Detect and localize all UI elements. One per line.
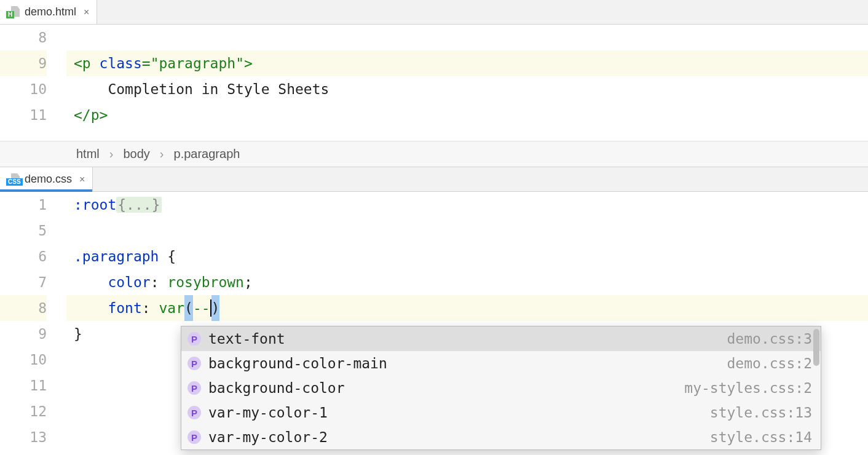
line-number: 9 <box>0 321 47 347</box>
tab-demo-css[interactable]: CSS demo.css × <box>0 167 93 191</box>
crumb-html[interactable]: html <box>76 147 100 161</box>
completion-label: var-my-color-1 <box>208 405 703 421</box>
scrollbar[interactable] <box>813 329 819 366</box>
completion-label: var-my-color-2 <box>208 429 703 445</box>
top-gutter: 891011 <box>0 25 66 141</box>
text-caret <box>210 299 211 317</box>
bottom-gutter: 15678910111213 <box>0 192 66 455</box>
bottom-tab-bar: CSS demo.css × <box>0 167 868 192</box>
top-tab-bar: H demo.html × <box>0 0 868 25</box>
property-icon: P <box>187 357 201 370</box>
top-code-editor[interactable]: 891011 <p class="paragraph"> Completion … <box>0 25 868 141</box>
tab-filename: demo.html <box>25 6 76 18</box>
code-line[interactable]: color: rosybrown; <box>66 269 868 295</box>
completion-item[interactable]: Ptext-fontdemo.css:3 <box>181 326 821 351</box>
line-number: 11 <box>0 373 47 398</box>
top-code-area[interactable]: <p class="paragraph"> Completion in Styl… <box>66 25 868 141</box>
completion-label: background-color-main <box>208 355 720 371</box>
chevron-right-icon: › <box>109 147 114 161</box>
completion-location: style.css:13 <box>710 405 812 421</box>
line-number: 11 <box>0 102 47 128</box>
completion-popup[interactable]: Ptext-fontdemo.css:3Pbackground-color-ma… <box>181 326 821 450</box>
tab-demo-html[interactable]: H demo.html × <box>0 0 97 24</box>
top-editor-pane: H demo.html × 891011 <p class="paragraph… <box>0 0 868 167</box>
completion-item[interactable]: Pbackground-color-maindemo.css:2 <box>181 351 821 376</box>
code-line[interactable]: <p class="paragraph"> <box>66 50 868 76</box>
line-number: 7 <box>0 269 47 295</box>
line-number: 1 <box>0 192 47 218</box>
property-icon: P <box>187 430 201 444</box>
crumb-p[interactable]: p.paragraph <box>174 147 240 161</box>
property-icon: P <box>187 406 201 419</box>
property-icon: P <box>187 332 201 346</box>
code-line[interactable]: font: var(--) <box>66 295 868 321</box>
code-line[interactable]: :root{...} <box>66 192 868 218</box>
completion-label: text-font <box>208 331 720 347</box>
code-line[interactable]: </p> <box>66 102 868 128</box>
line-number: 8 <box>0 295 47 321</box>
line-number: 9 <box>0 50 47 76</box>
line-number: 8 <box>0 25 47 50</box>
code-line[interactable]: .paragraph { <box>66 243 868 269</box>
chevron-right-icon: › <box>160 147 164 161</box>
completion-location: demo.css:2 <box>727 355 812 371</box>
completion-location: style.css:14 <box>710 429 812 445</box>
completion-location: my-styles.css:2 <box>684 380 812 396</box>
line-number: 13 <box>0 424 47 450</box>
line-number: 10 <box>0 347 47 373</box>
code-line[interactable]: Completion in Style Sheets <box>66 76 868 102</box>
tab-filename: demo.css <box>25 173 72 186</box>
code-line[interactable] <box>66 218 868 243</box>
crumb-body[interactable]: body <box>123 147 149 161</box>
completion-item[interactable]: Pvar-my-color-1style.css:13 <box>181 400 821 425</box>
line-number: 5 <box>0 218 47 243</box>
completion-location: demo.css:3 <box>727 331 812 347</box>
completion-item[interactable]: Pvar-my-color-2style.css:14 <box>181 425 821 449</box>
line-number: 6 <box>0 243 47 269</box>
line-number: 12 <box>0 398 47 424</box>
html-file-icon: H <box>6 7 20 17</box>
code-line[interactable] <box>66 25 868 50</box>
completion-label: background-color <box>208 380 677 396</box>
property-icon: P <box>187 381 201 395</box>
line-number: 10 <box>0 76 47 102</box>
breadcrumb[interactable]: html › body › p.paragraph <box>0 141 868 167</box>
close-icon[interactable]: × <box>84 7 89 18</box>
completion-item[interactable]: Pbackground-colormy-styles.css:2 <box>181 376 821 400</box>
close-icon[interactable]: × <box>79 174 85 185</box>
css-file-icon: CSS <box>6 175 20 184</box>
